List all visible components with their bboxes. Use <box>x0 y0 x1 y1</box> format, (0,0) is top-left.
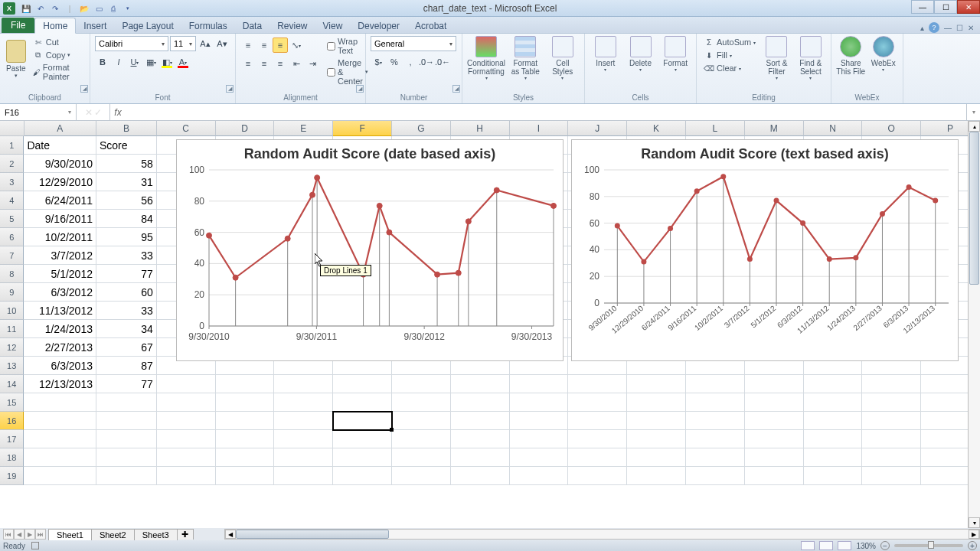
cell-E16[interactable] <box>274 412 333 430</box>
row-header-15[interactable]: 15 <box>0 393 24 412</box>
tab-developer[interactable]: Developer <box>350 18 407 33</box>
qat-new-icon[interactable]: ▭ <box>93 2 105 15</box>
cell-C17[interactable] <box>157 430 216 448</box>
row-header-5[interactable]: 5 <box>0 210 24 228</box>
cell-J16[interactable] <box>568 412 627 430</box>
find-select-button[interactable]: Find & Select▾ <box>795 36 826 81</box>
zoom-out-button[interactable]: − <box>880 541 890 550</box>
cell-A7[interactable]: 3/7/2012 <box>24 246 96 265</box>
cell-D14[interactable] <box>216 375 275 393</box>
horizontal-scrollbar[interactable]: ◀ ▶ <box>224 529 980 540</box>
macro-record-icon[interactable] <box>31 542 39 549</box>
cell-I14[interactable] <box>510 375 569 393</box>
align-top-button[interactable]: ≡ <box>240 37 256 53</box>
name-box[interactable]: F16▾ <box>0 104 77 120</box>
cell-H19[interactable] <box>451 467 510 485</box>
tab-review[interactable]: Review <box>270 18 315 33</box>
cell-A17[interactable] <box>24 430 96 448</box>
last-sheet-icon[interactable]: ⏭ <box>35 529 46 540</box>
formula-input[interactable] <box>126 104 966 120</box>
row-header-13[interactable]: 13 <box>0 357 24 375</box>
align-middle-button[interactable]: ≡ <box>256 37 272 53</box>
col-header-O[interactable]: O <box>862 121 921 136</box>
delete-cells-button[interactable]: Delete▾ <box>625 36 657 73</box>
underline-button[interactable]: U▾ <box>127 54 142 70</box>
row-header-11[interactable]: 11 <box>0 320 24 338</box>
cell-L19[interactable] <box>686 467 745 485</box>
row-header-7[interactable]: 7 <box>0 246 24 265</box>
font-color-button[interactable]: A▾ <box>175 54 191 70</box>
cell-M14[interactable] <box>745 375 804 393</box>
align-right-button[interactable]: ≡ <box>273 56 288 71</box>
cell-O15[interactable] <box>862 393 921 412</box>
row-header-18[interactable]: 18 <box>0 448 24 467</box>
cell-O14[interactable] <box>862 375 921 393</box>
cell-D18[interactable] <box>216 448 275 467</box>
chart-text-axis[interactable]: Random Audit Score (text based axis) 020… <box>571 139 959 361</box>
cell-C14[interactable] <box>157 375 216 393</box>
row-header-9[interactable]: 9 <box>0 283 24 302</box>
cell-B8[interactable]: 77 <box>96 265 157 283</box>
cell-F15[interactable] <box>333 393 392 412</box>
col-header-N[interactable]: N <box>804 121 863 136</box>
prev-sheet-icon[interactable]: ◀ <box>14 529 24 540</box>
col-header-H[interactable]: H <box>451 121 510 136</box>
share-file-button[interactable]: Share This File <box>836 36 866 76</box>
cell-A19[interactable] <box>24 467 96 485</box>
sheet-tab-2[interactable]: Sheet2 <box>91 529 135 540</box>
italic-button[interactable]: I <box>111 54 126 70</box>
doc-minimize-icon[interactable]: — <box>944 24 952 32</box>
row-header-8[interactable]: 8 <box>0 265 24 283</box>
zoom-level[interactable]: 130% <box>856 542 876 550</box>
cell-K15[interactable] <box>627 393 686 412</box>
cell-A11[interactable]: 1/24/2013 <box>24 320 96 338</box>
clear-button[interactable]: ⌫Clear▾ <box>701 62 758 74</box>
cell-B7[interactable]: 33 <box>96 246 157 265</box>
col-header-D[interactable]: D <box>216 121 275 136</box>
qat-redo-icon[interactable]: ↷ <box>49 2 61 15</box>
cell-E15[interactable] <box>274 393 333 412</box>
decrease-indent-button[interactable]: ⇤ <box>289 56 304 71</box>
cell-D17[interactable] <box>216 430 275 448</box>
cell-J19[interactable] <box>568 467 627 485</box>
sheet-tab-3[interactable]: Sheet3 <box>134 529 178 540</box>
shrink-font-button[interactable]: A▾ <box>214 36 230 51</box>
cell-A3[interactable]: 12/29/2010 <box>24 173 96 191</box>
cell-A13[interactable]: 6/3/2013 <box>24 357 96 375</box>
cell-B1[interactable]: Score <box>96 136 157 155</box>
cell-E14[interactable] <box>274 375 333 393</box>
row-header-14[interactable]: 14 <box>0 375 24 393</box>
cell-J17[interactable] <box>568 430 627 448</box>
insert-cells-button[interactable]: Insert▾ <box>590 36 622 73</box>
col-header-G[interactable]: G <box>392 121 451 136</box>
chart-plot[interactable]: 0204060801009/30/201012/29/20106/24/2011… <box>572 165 959 349</box>
cell-J15[interactable] <box>568 393 627 412</box>
cell-A1[interactable]: Date <box>24 136 96 155</box>
qat-undo-icon[interactable]: ↶ <box>34 2 47 15</box>
cell-F14[interactable] <box>333 375 392 393</box>
cell-A16[interactable] <box>24 412 96 430</box>
fill-color-button[interactable]: ◧▾ <box>159 54 175 70</box>
worksheet-grid[interactable]: ABCDEFGHIJKLMNOP 1DateScore29/30/2010583… <box>0 121 980 528</box>
cell-K19[interactable] <box>627 467 686 485</box>
chart-plot[interactable]: 0204060801009/30/20109/30/20119/30/20129… <box>177 165 564 349</box>
cell-C16[interactable] <box>157 412 216 430</box>
qat-open-icon[interactable]: 📂 <box>78 2 90 15</box>
number-format-combo[interactable]: General▾ <box>371 36 456 51</box>
cell-I15[interactable] <box>510 393 569 412</box>
align-left-button[interactable]: ≡ <box>240 56 256 71</box>
first-sheet-icon[interactable]: ⏮ <box>3 529 14 540</box>
cell-G15[interactable] <box>392 393 451 412</box>
cell-I16[interactable] <box>510 412 569 430</box>
scroll-down-icon[interactable]: ▾ <box>969 517 980 528</box>
row-header-6[interactable]: 6 <box>0 228 24 246</box>
cell-B12[interactable]: 67 <box>96 338 157 357</box>
page-break-view-button[interactable] <box>838 541 851 550</box>
cell-G16[interactable] <box>392 412 451 430</box>
clipboard-dialog-launcher[interactable]: ◢ <box>80 85 88 93</box>
cell-O17[interactable] <box>862 430 921 448</box>
cell-A14[interactable]: 12/13/2013 <box>24 375 96 393</box>
cell-G19[interactable] <box>392 467 451 485</box>
cell-B2[interactable]: 58 <box>96 155 157 173</box>
new-sheet-button[interactable]: ✚ <box>177 529 194 540</box>
